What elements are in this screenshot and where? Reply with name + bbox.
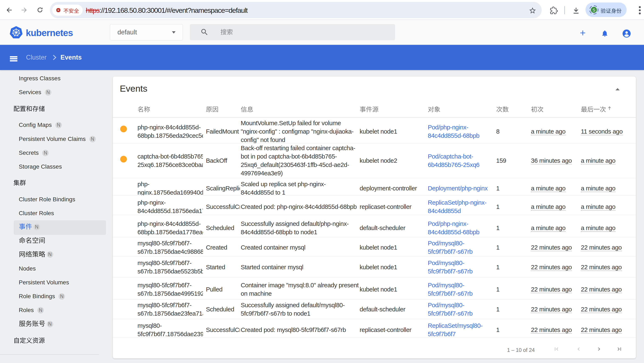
svg-text:S: S bbox=[592, 8, 595, 12]
